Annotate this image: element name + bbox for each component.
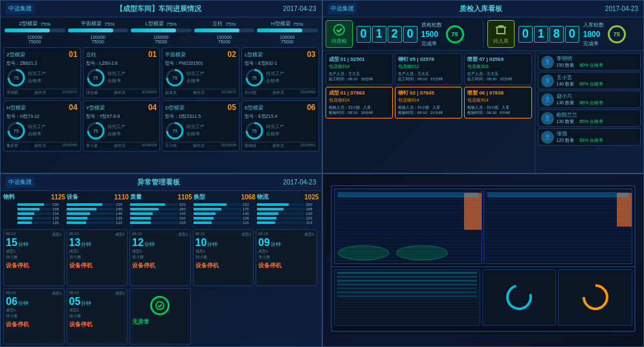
progress-item: H型横梁 75% [257, 20, 318, 32]
progress-item: Z型横梁 75% [5, 20, 65, 32]
panel3-date: 2017-04-23 [283, 179, 316, 186]
panel-qc: 中远集团 质检入库看板 2017-04-23 待质检 0 1 2 0 质检粒数 … [322, 0, 645, 174]
anomaly-alert-ok: 无异常 [129, 288, 191, 345]
production-card: Y型横梁 04 型号：Y型67.8-9 75 待完工产 合格率 李小星操作员20… [83, 100, 161, 151]
production-card: 立柱 01 型号：LZ60-2.6 75 待完工产 合格率 张佳威操作员2016… [83, 47, 161, 98]
progress-item: 平面横梁 75% [68, 20, 129, 32]
anomaly-alert: 08:10 成型1 15 分钟 成型1张小雅 设备停机 [3, 229, 65, 286]
qc-stats: 质检粒数 1500 完成率 [421, 21, 442, 47]
screen-panel-tl [334, 188, 482, 263]
panel2-header: 中远集团 质检入库看板 2017-04-23 [323, 1, 644, 17]
progress-item: 立柱 75% [194, 20, 255, 32]
person-row: 👤 李明明 150 数量 90% 合格率 [538, 53, 641, 71]
qc-card: 喷塑 07 | 02569 包花银916 生产人员：王大五 起工时间：08:10… [464, 53, 531, 85]
person-row: 👤 欧阳兰兰 130 数量 85% 合格率 [538, 109, 641, 127]
panel3-logo: 中远集团 [6, 177, 34, 188]
qc-card: 成型 01 | 02501 包花银914 生产人员：王大五 起工时间：08:10… [326, 53, 393, 85]
storage-icon-box: 待入库 [487, 20, 515, 48]
numbers-row: 10000075000 10000075000 10000075000 1000… [1, 35, 322, 45]
panel1-header: 中远集团 【成型车间】车间进展情况 2017-04-23 [1, 1, 322, 17]
person-row: 👤 王小五 140 数量 89% 合格率 [538, 72, 641, 89]
anomaly-alert: 08:10 成型1 12 分钟 成型1张小雅 设备停机 [129, 229, 191, 286]
screen-bezel [331, 332, 636, 335]
anomaly-alerts: 08:10 成型1 15 分钟 成型1张小雅 设备停机 08:10 成型1 13… [1, 227, 322, 346]
screen-panel-bottom [332, 266, 634, 328]
anomaly-cat-logistics: 物流 1025 200 168 135 122 114 [257, 193, 319, 225]
qc-card: 成型 01 | 07863 包花银914 检验人员：刘小圆 入库 检验时间：08… [326, 87, 393, 118]
qc-main: 成型 01 | 02501 包花银914 生产人员：王大五 起工时间：08:10… [323, 51, 644, 173]
qc-label: 待质检 [331, 38, 347, 45]
prog-label-1: Z型横梁 [19, 20, 38, 27]
gauge-icon-2 [577, 279, 614, 316]
screen-panel-tr [483, 188, 632, 263]
anomaly-cat-material: 物料 1125 236 198 154 135 126 [3, 193, 65, 225]
qc-card: 铆钉 02 | 07845 包花银914 检验人员：刘小圆 入库 检验时间：08… [395, 87, 462, 118]
cards-grid: Z型横梁 01 型号：ZB621.2 75 待完工产 合格率 李明辉操作员201… [1, 45, 322, 153]
anomaly-cat-changeover: 换型 1068 210 175 140 128 115 [194, 193, 256, 225]
screen-wall [331, 185, 636, 331]
panel2-date: 2017-04-23 [605, 5, 638, 12]
production-card: H型横梁 04 型号：H型73-12 75 待完工产 合格率 董彦寒操作员201… [3, 100, 81, 151]
personnel-panel: 👤 李明明 150 数量 90% 合格率 👤 王小五 140 数量 89% 合格… [535, 51, 644, 173]
production-card: L型横梁 03 型号：E型832-1 75 待完工产 合格率 刘小圆操作员201… [241, 47, 319, 98]
storage-digits: 0 1 8 0 [518, 26, 579, 43]
panel3-title: 异常管理看板 [34, 177, 283, 187]
panel1-date: 2017-04-23 [283, 5, 316, 12]
storage-stats: 入库粒数 1800 完成率 [583, 21, 604, 47]
qc-cards-row2: 成型 01 | 07863 包花银914 检验人员：刘小圆 入库 检验时间：08… [326, 87, 532, 118]
panel3-header: 中远集团 异常管理看板 2017-04-23 [1, 174, 322, 191]
production-card: 平面横梁 02 型号：PM2201501 75 待完工产 合格率 赵成龙操作员2… [162, 47, 239, 98]
production-card: E型横梁 06 型号：E型Z15.4 75 待完工产 合格率 陈继续操作员201… [241, 100, 319, 151]
panel-production: 中远集团 【成型车间】车间进展情况 2017-04-23 Z型横梁 75% 平面… [0, 0, 322, 174]
panel1-logo: 中远集团 [6, 3, 34, 14]
anomaly-alert: 08:10 成型1 13 分钟 成型1张小雅 设备停机 [67, 229, 128, 286]
progress-row: Z型横梁 75% 平面横梁 75% L型横梁 75% [1, 17, 322, 35]
qc-card: 喷塑 06 | 07838 包花银914 检验人员：刘小圆 入库 检验时间：08… [464, 87, 531, 118]
qc-icon-box: 待质检 [326, 20, 353, 48]
panel1-title: 【成型车间】车间进展情况 [34, 4, 283, 14]
storage-label: 待入库 [493, 38, 509, 45]
anomaly-cat-equipment: 设备 1110 225 185 148 130 122 [67, 193, 129, 225]
qc-cards-row1: 成型 01 | 02501 包花银914 生产人员：王大五 起工时间：08:10… [326, 53, 532, 85]
qc-digits: 0 1 2 0 [357, 26, 417, 43]
panel-anomaly: 中远集团 异常管理看板 2017-04-23 物料 1125 236 198 1… [0, 174, 322, 347]
qc-cards-area: 成型 01 | 02501 包花银914 生产人员：王大五 起工时间：08:10… [323, 51, 535, 173]
anomaly-alert: 08:10 成型1 05 分钟 成型1张小雅 设备停机 [67, 288, 128, 345]
progress-item: L型横梁 75% [131, 20, 192, 32]
anomaly-alert: 08:10 成型1 10 分钟 成型1张小雅 设备停机 [193, 229, 254, 286]
panel2-title: 质检入库看板 [357, 4, 605, 14]
anomaly-categories: 物料 1125 236 198 154 135 126 设备 1110 225 … [1, 191, 322, 227]
qc-card: 铆钉 05 | 02578 包花银912 生产人员：王大五 起工时间：08:10… [395, 53, 462, 85]
anomaly-alert: 08:10 成型1 06 分钟 成型1张小雅 设备停机 [3, 288, 65, 345]
ok-spinner-icon [150, 296, 170, 315]
production-card: D型横梁 05 型号：D型Z311.5 75 待完工产 合格率 王小伟操作员20… [162, 100, 239, 151]
anomaly-cat-quality: 质量 1105 220 180 145 132 128 [130, 193, 192, 225]
svg-point-16 [334, 25, 344, 35]
photo-display [323, 174, 644, 346]
panel2-logo: 中远集团 [328, 3, 357, 14]
anomaly-alert: 08:10 成型1 09 分钟 成型1张小雅 设备停机 [256, 229, 317, 286]
panel-photo [322, 174, 645, 347]
qc-section: 待质检 0 1 2 0 质检粒数 1500 完成率 75 [326, 20, 479, 48]
svg-rect-17 [497, 27, 505, 34]
storage-section: 待入库 0 1 8 0 入库粒数 1800 完成率 75 [487, 20, 641, 48]
person-row: 👤 张强 120 数量 83% 合格率 [538, 128, 641, 146]
gauge-icon [502, 280, 537, 315]
storage-rate-circle: 75 [608, 25, 626, 43]
production-card: Z型横梁 01 型号：ZB621.2 75 待完工产 合格率 李明辉操作员201… [3, 47, 81, 98]
qc-rate-circle: 75 [446, 25, 464, 43]
person-row: 👤 赵小六 136 数量 86% 合格率 [538, 91, 641, 108]
